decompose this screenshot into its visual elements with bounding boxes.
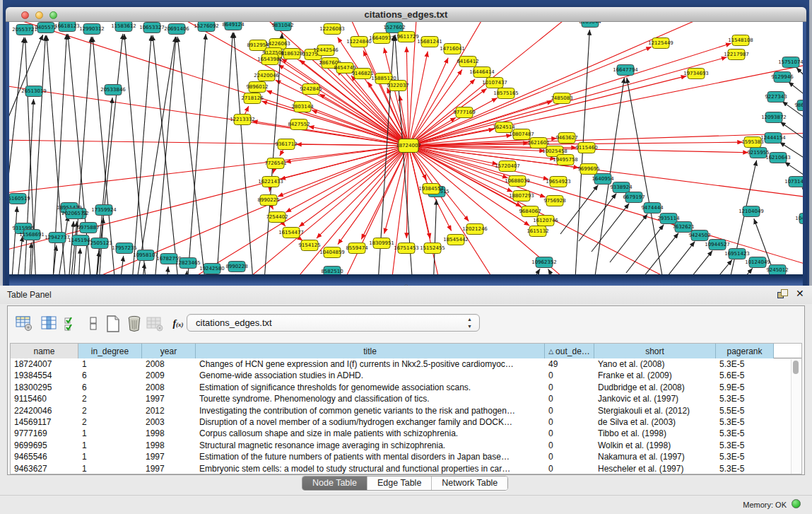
graph-node-yellow[interactable]: 9699695 [577, 164, 599, 175]
graph-node-teal[interactable]: 11583612 [111, 22, 136, 32]
delete-table-icon[interactable] [144, 313, 165, 334]
column-header-pagerank[interactable]: pagerank [716, 344, 774, 358]
graph-node-yellow[interactable]: 9146821 [351, 69, 373, 79]
table-row[interactable]: 946554611997Estimation of the future num… [11, 451, 801, 462]
graph-node-yellow[interactable]: 8559474 [346, 243, 368, 254]
graph-node-yellow[interactable]: 14716041 [440, 44, 465, 54]
graph-node-yellow[interactable]: 22420046 [254, 71, 279, 81]
minimize-traffic-light-icon[interactable] [35, 11, 43, 19]
graph-node-teal[interactable]: 6679197 [623, 192, 645, 203]
table-row[interactable]: 977716911998Corpus callosum shape and si… [11, 428, 801, 439]
table-row[interactable]: 2242004622012Investigating the contribut… [11, 405, 801, 416]
graph-node-yellow[interactable]: 7254402 [266, 212, 288, 223]
graph-node-teal[interactable]: 9831042 [271, 22, 293, 31]
column-header-year[interactable]: year [142, 344, 196, 358]
table-row[interactable]: 1830029562008Estimation of significance … [11, 382, 801, 393]
graph-node-teal[interactable]: 9227343 [765, 92, 787, 103]
graph-node-teal[interactable]: 16618123 [54, 22, 80, 32]
graph-node-yellow[interactable]: 9756928 [543, 196, 565, 206]
select-all-icon[interactable] [61, 313, 83, 334]
graph-node-teal[interactable]: 20533846 [100, 85, 126, 95]
graph-node-yellow[interactable]: 1595383 [741, 137, 763, 148]
function-builder-icon[interactable]: f(x) [167, 313, 189, 334]
graph-node-yellow[interactable]: 7485083 [551, 93, 572, 104]
column-header-name[interactable]: name [11, 344, 78, 358]
graph-node-teal[interactable]: 9424502 [688, 230, 710, 241]
graph-node-yellow[interactable]: 1621601 [527, 138, 549, 148]
graph-node-yellow[interactable]: 9361712 [275, 139, 297, 150]
table-selector-dropdown[interactable]: citations_edges.txt ▲▼ [187, 314, 480, 332]
graph-node-yellow[interactable]: 11224840 [346, 37, 372, 47]
graph-node-yellow[interactable]: 8186328 [281, 49, 302, 59]
close-traffic-light-icon[interactable] [21, 11, 29, 19]
graph-node-teal[interactable]: 9129946 [771, 72, 794, 83]
graph-node-teal[interactable]: 17359924 [91, 205, 117, 216]
graph-node-teal[interactable]: 8163044 [579, 22, 601, 28]
graph-node-teal[interactable]: 10731453 [784, 177, 803, 187]
graph-node-teal[interactable]: 10962352 [531, 257, 557, 268]
graph-node-yellow[interactable]: 18309951 [369, 238, 394, 249]
network-window-titlebar[interactable]: citations_edges.txt [6, 7, 806, 22]
graph-node-yellow[interactable]: 1615132 [526, 226, 548, 237]
tab-node-table[interactable]: Node Table [302, 477, 367, 490]
graph-node-teal[interactable]: 8649124 [222, 22, 245, 30]
graph-node-teal[interactable]: 10958107 [133, 250, 158, 261]
graph-node-teal[interactable]: 10944527 [705, 240, 730, 250]
graph-node-teal[interactable]: 10124049 [745, 257, 770, 268]
graph-node-teal[interactable]: 8582510 [321, 267, 343, 275]
graph-node-teal[interactable]: 12990312 [79, 24, 105, 35]
graph-node-teal[interactable]: 7632621 [672, 222, 694, 233]
graph-node-teal[interactable]: 8990228 [225, 262, 247, 272]
table-mode-icon[interactable] [13, 313, 35, 334]
tab-edge-table[interactable]: Edge Table [367, 477, 432, 490]
table-row[interactable]: 1456911722003Disruption of a novel membe… [11, 416, 801, 428]
show-columns-icon[interactable] [39, 313, 60, 334]
graph-node-teal[interactable]: 17957235 [112, 243, 137, 254]
graph-node-yellow[interactable]: 10107437 [482, 78, 507, 88]
memory-status-icon[interactable] [792, 499, 801, 508]
graph-node-yellow[interactable]: 15681241 [417, 37, 442, 47]
graph-node-yellow[interactable]: 11548108 [728, 35, 753, 46]
delete-column-icon[interactable] [124, 313, 145, 334]
table-row[interactable]: 946362711997Embryonic stem cells: a mode… [11, 463, 801, 474]
vertical-scrollbar[interactable] [791, 359, 800, 474]
graph-node-yellow[interactable]: 9242845 [300, 84, 322, 95]
graph-node-teal[interactable]: 20691406 [164, 24, 189, 35]
close-panel-icon[interactable]: ✕ [796, 288, 804, 299]
graph-node-yellow[interactable]: 2718126 [241, 93, 264, 104]
graph-node-teal[interactable]: 20553721 [12, 25, 37, 35]
table-row[interactable]: 1872400712008Changes of HCN gene express… [11, 358, 801, 370]
graph-node-yellow[interactable]: 15152455 [420, 243, 445, 254]
network-canvas[interactable]: 2055372194055721661812312990312115836121… [9, 22, 803, 274]
graph-node-yellow[interactable]: 9463627 [555, 133, 577, 144]
graph-node-yellow[interactable]: 9896012 [246, 82, 268, 93]
graph-node-yellow[interactable]: 16221433 [258, 177, 283, 187]
graph-node-teal[interactable]: 10653327 [139, 23, 165, 33]
graph-node-yellow[interactable]: 1624514 [493, 122, 515, 133]
column-header-out_degree[interactable]: △out_de… [545, 344, 594, 358]
tab-network-table[interactable]: Network Table [432, 477, 507, 490]
hide-columns-icon[interactable] [83, 313, 104, 334]
graph-node-teal[interactable]: 12093872 [761, 112, 787, 123]
graph-node-yellow[interactable]: 6416412 [457, 57, 478, 67]
graph-node-yellow[interactable]: 18575165 [493, 88, 519, 99]
graph-node-yellow[interactable]: 12021246 [462, 224, 488, 235]
float-panel-icon[interactable] [777, 289, 789, 300]
graph-node-yellow[interactable]: 16154477 [278, 228, 304, 238]
zoom-traffic-light-icon[interactable] [49, 11, 57, 19]
graph-node-teal[interactable]: 10403152 [795, 214, 803, 224]
graph-node-yellow[interactable]: 9154125 [298, 240, 320, 251]
graph-node-yellow[interactable]: 9777169 [453, 107, 475, 118]
table-row[interactable]: 911546021997Tourette syndrome. Phenomeno… [11, 393, 801, 404]
graph-node-yellow[interactable]: 12226083 [319, 24, 345, 35]
graph-node-yellow[interactable]: 10688039 [505, 176, 530, 187]
graph-node-hub[interactable]: 18724007 [396, 139, 421, 153]
graph-node-teal[interactable]: 12104049 [739, 206, 764, 217]
graph-node-yellow[interactable]: 9115460 [575, 143, 597, 153]
new-column-icon[interactable] [102, 313, 124, 334]
column-header-short[interactable]: short [594, 344, 716, 358]
graph-node-yellow[interactable]: 9322037 [387, 81, 408, 91]
graph-node-teal[interactable]: 9975887 [77, 223, 99, 233]
column-header-in_degree[interactable]: in_degree [78, 344, 142, 358]
graph-node-yellow[interactable]: 12213332 [230, 115, 255, 125]
